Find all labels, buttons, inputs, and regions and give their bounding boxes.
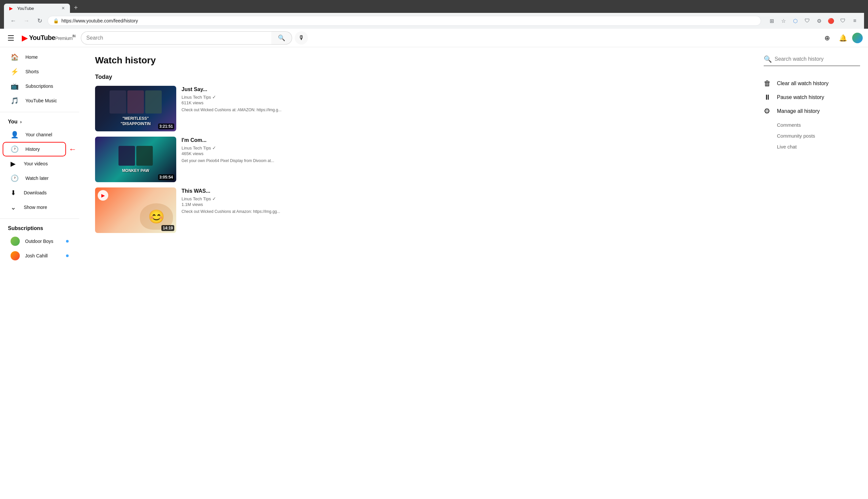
forward-button[interactable]: → (21, 15, 32, 26)
comments-action[interactable]: Comments (777, 120, 860, 130)
video-info-2: I'm Com... Linus Tech Tips ✓ 465K views … (182, 137, 326, 182)
video-views-3: 1.1M views (182, 202, 326, 207)
josh-cahill-notification-dot (66, 254, 69, 257)
video-item[interactable]: MONKEY PAW 3:05:54 I'm Com... Linus Tech… (95, 137, 326, 182)
clear-history-button[interactable]: 🗑 Clear all watch history (764, 76, 860, 90)
video-item[interactable]: "MERITLESS""DISAPPOINTIN 3:21:51 Just Sa… (95, 86, 326, 131)
search-history-input[interactable] (774, 56, 860, 62)
sidebar-item-subscriptions[interactable]: 📺 Subscriptions (3, 79, 76, 94)
video-duration-2: 3:05:54 (158, 174, 174, 180)
video-desc-2: Get your own Pixio64 Pixel Display from … (182, 158, 326, 164)
voice-search-button[interactable]: 🎙 (295, 31, 308, 45)
youtube-app: ▶ YouTubePremiumIN 🔍 🎙 ⊕ 🔔 🏠 H (0, 29, 868, 499)
live-chat-action[interactable]: Live chat (777, 141, 860, 152)
url-bar[interactable]: 🔒 https://www.youtube.com/feed/history (48, 16, 761, 26)
josh-cahill-avatar (11, 251, 20, 260)
menu-icon[interactable]: ≡ (849, 15, 860, 26)
url-text: https://www.youtube.com/feed/history (61, 18, 756, 23)
video-desc-3: Check out Wicked Cushions at Amazon: htt… (182, 209, 326, 215)
play-circle-icon: ▶ (98, 190, 108, 200)
channel-name-2: Linus Tech Tips (182, 146, 211, 150)
sidebar-item-channel-label: Your channel (25, 132, 52, 137)
sidebar-item-show-more[interactable]: ⌄ Show more (3, 200, 76, 215)
account-avatar[interactable] (852, 33, 863, 43)
search-input[interactable] (81, 31, 271, 45)
addon-3-icon[interactable]: 🔴 (826, 15, 836, 26)
subscription-outdoor-boys[interactable]: Outdoor Boys (3, 234, 76, 248)
sidebar-item-watch-later[interactable]: 🕐 Watch later (3, 171, 76, 185)
sidebar-item-subscriptions-label: Subscriptions (25, 84, 53, 89)
video-duration-1: 3:21:51 (158, 123, 174, 129)
sidebar-item-history[interactable]: 🕐 History (3, 142, 66, 156)
outdoor-boys-notification-dot (66, 240, 69, 243)
sidebar-item-your-channel[interactable]: 👤 Your channel (3, 127, 76, 142)
search-history-section: 🔍 (764, 55, 860, 66)
verified-badge-1: ✓ (212, 94, 216, 100)
youtube-header: ▶ YouTubePremiumIN 🔍 🎙 ⊕ 🔔 (0, 29, 868, 47)
subscriptions-icon: 📺 (11, 82, 19, 90)
active-tab[interactable]: ▶ YouTube × (4, 4, 70, 13)
page-title: Watch history (95, 55, 740, 66)
video-views-2: 465K views (182, 151, 326, 156)
video-channel-1: Linus Tech Tips ✓ (182, 94, 326, 100)
sidebar-item-shorts[interactable]: ⚡ Shorts (3, 64, 76, 79)
search-form: 🔍 (81, 31, 292, 45)
sidebar-divider-2 (0, 218, 79, 219)
video-item[interactable]: ▶ 😊 14:19 This WAS... Linus Tech Tips (95, 187, 326, 233)
sidebar-item-home-label: Home (25, 54, 38, 60)
main-content: Watch history Today (79, 47, 756, 499)
create-button[interactable]: ⊕ (820, 31, 834, 45)
manage-history-button[interactable]: ⚙ Manage all history (764, 104, 860, 118)
sidebar-item-downloads[interactable]: ⬇ Downloads (3, 185, 76, 200)
video-title-3: This WAS... (182, 187, 326, 195)
search-button[interactable]: 🔍 (271, 31, 292, 45)
thumbnail-text-1: "MERITLESS""DISAPPOINTIN (108, 89, 163, 128)
video-title-2: I'm Com... (182, 137, 326, 144)
pause-icon: ⏸ (764, 93, 772, 102)
subscription-josh-cahill[interactable]: Josh Cahill (3, 248, 76, 263)
pause-history-label: Pause watch history (777, 94, 824, 100)
outdoor-boys-avatar (11, 236, 20, 246)
right-panel: 🔍 🗑 Clear all watch history ⏸ Pause watc… (756, 47, 868, 499)
addon-4-icon[interactable]: 🛡 (838, 15, 848, 26)
extensions-icon[interactable]: ⊞ (766, 15, 777, 26)
browser-tabs: ▶ YouTube × + (4, 3, 864, 13)
verified-badge-3: ✓ (212, 196, 216, 201)
you-section[interactable]: You › (0, 116, 79, 127)
video-thumbnail-2: MONKEY PAW 3:05:54 (95, 137, 176, 182)
settings-icon: ⚙ (764, 107, 772, 115)
sidebar-item-shorts-label: Shorts (25, 69, 39, 74)
addon-1-icon[interactable]: 🛡 (802, 15, 812, 26)
notifications-button[interactable]: 🔔 (836, 31, 849, 45)
header-right: ⊕ 🔔 (820, 31, 863, 45)
browser-nav: ← → ↻ 🔒 https://www.youtube.com/feed/his… (4, 13, 864, 29)
subscriptions-section-title: Subscriptions (0, 223, 79, 234)
hamburger-menu-button[interactable] (5, 33, 16, 43)
video-title-1: Just Say... (182, 86, 326, 93)
new-tab-button[interactable]: + (71, 3, 81, 13)
search-history-icon: 🔍 (764, 55, 772, 63)
tab-close-button[interactable]: × (62, 5, 65, 11)
your-videos-icon: ▶ (11, 160, 17, 168)
pause-history-button[interactable]: ⏸ Pause watch history (764, 90, 860, 104)
youtube-logo[interactable]: ▶ YouTubePremiumIN (22, 33, 76, 42)
bookmark-icon[interactable]: ☆ (778, 15, 789, 26)
sidebar-item-home[interactable]: 🏠 Home (3, 50, 76, 64)
downloads-icon: ⬇ (11, 189, 17, 197)
firefox-sync-icon[interactable]: ⬡ (790, 15, 801, 26)
history-row: 🕐 History ← (3, 142, 76, 156)
manage-history-label: Manage all history (777, 108, 820, 114)
header-left: ▶ YouTubePremiumIN (5, 33, 76, 43)
video-views-1: 611K views (182, 100, 326, 105)
show-more-icon: ⌄ (11, 203, 17, 211)
verified-badge-2: ✓ (212, 145, 216, 150)
sidebar-item-your-videos[interactable]: ▶ Your videos (3, 156, 76, 171)
community-posts-action[interactable]: Community posts (777, 130, 860, 141)
youtube-logo-text: YouTubePremiumIN (29, 34, 76, 41)
addon-2-icon[interactable]: ⚙ (814, 15, 824, 26)
refresh-button[interactable]: ↻ (34, 15, 45, 26)
sidebar-item-youtube-music[interactable]: 🎵 YouTube Music (3, 94, 76, 108)
back-button[interactable]: ← (8, 15, 19, 26)
today-section-title: Today (95, 74, 740, 81)
video-list: "MERITLESS""DISAPPOINTIN 3:21:51 Just Sa… (95, 86, 326, 233)
